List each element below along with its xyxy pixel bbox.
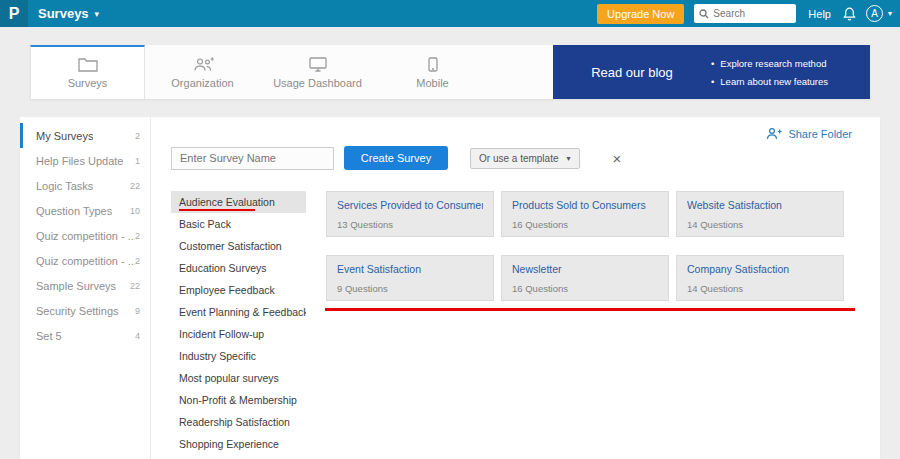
- template-dropdown[interactable]: Or use a template ▾: [470, 148, 580, 169]
- template-question-count: 14 Questions: [687, 219, 833, 230]
- sidebar-item-count: 2: [135, 231, 140, 241]
- annotation-line: [325, 308, 855, 311]
- product-switcher[interactable]: Surveys ▾: [28, 6, 99, 21]
- template-dropdown-label: Or use a template: [479, 153, 558, 164]
- people-icon: [192, 57, 214, 72]
- template-question-count: 14 Questions: [687, 283, 833, 294]
- help-link[interactable]: Help: [808, 8, 831, 20]
- sidebar-item-count: 2: [135, 256, 140, 266]
- blog-bullet-text: Explore research method: [720, 58, 826, 69]
- template-question-count: 16 Questions: [512, 283, 658, 294]
- tab-label: Mobile: [416, 77, 448, 89]
- tab-label: Organization: [171, 77, 233, 89]
- sidebar-item-question-types[interactable]: Question Types 10: [20, 198, 150, 223]
- category-industry-specific[interactable]: Industry Specific: [171, 345, 306, 367]
- chevron-down-icon: ▾: [566, 154, 570, 163]
- sidebar-item-set-5[interactable]: Set 5 4: [20, 323, 150, 348]
- folders-sidebar: My Surveys 2 Help Files Update 1 Logic T…: [20, 117, 151, 459]
- sidebar-item-label: Security Settings: [36, 305, 119, 317]
- tab-surveys[interactable]: Surveys: [30, 45, 145, 99]
- upgrade-now-button[interactable]: Upgrade Now: [597, 4, 684, 24]
- category-testing-new-products[interactable]: Testing New Products & Services: [171, 455, 306, 459]
- sidebar-item-label: Logic Tasks: [36, 180, 93, 192]
- category-audience-evaluation[interactable]: Audience Evaluation: [171, 191, 306, 213]
- template-browser: Audience Evaluation Basic Pack Customer …: [171, 191, 866, 459]
- category-basic-pack[interactable]: Basic Pack: [171, 213, 306, 235]
- chevron-down-icon: ▾: [95, 9, 100, 19]
- search-input[interactable]: [713, 8, 791, 19]
- sidebar-item-label: Set 5: [36, 330, 62, 342]
- category-customer-satisfaction[interactable]: Customer Satisfaction: [171, 235, 306, 257]
- sidebar-item-label: My Surveys: [36, 130, 93, 142]
- template-question-count: 13 Questions: [337, 219, 483, 230]
- category-non-profit-membership[interactable]: Non-Profit & Membership: [171, 389, 306, 411]
- template-question-count: 9 Questions: [337, 283, 483, 294]
- sidebar-item-my-surveys[interactable]: My Surveys 2: [20, 123, 150, 148]
- sidebar-item-count: 22: [130, 181, 140, 191]
- notifications-bell-icon[interactable]: [843, 7, 856, 21]
- category-event-planning-feedback[interactable]: Event Planning & Feedback: [171, 301, 306, 323]
- template-title: Newsletter: [512, 263, 658, 275]
- sidebar-item-logic-tasks[interactable]: Logic Tasks 22: [20, 173, 150, 198]
- sidebar-item-count: 9: [135, 306, 140, 316]
- blog-banner[interactable]: Read our blog • Explore research method …: [553, 45, 870, 99]
- blog-bullet-item: • Explore research method: [711, 58, 828, 69]
- blog-bullet-item: • Learn about new features: [711, 76, 828, 87]
- share-folder-button[interactable]: Share Folder: [766, 127, 852, 140]
- template-card[interactable]: Newsletter 16 Questions: [501, 255, 669, 301]
- template-card[interactable]: Event Satisfaction 9 Questions: [326, 255, 494, 301]
- category-shopping-experience[interactable]: Shopping Experience: [171, 433, 306, 455]
- search-icon: [699, 9, 709, 19]
- category-employee-feedback[interactable]: Employee Feedback: [171, 279, 306, 301]
- monitor-icon: [309, 57, 327, 72]
- app-logo[interactable]: P: [0, 0, 28, 27]
- sidebar-item-count: 2: [135, 131, 140, 141]
- template-card[interactable]: Website Satisfaction 14 Questions: [676, 191, 844, 237]
- sidebar-item-count: 10: [130, 206, 140, 216]
- blog-title: Read our blog: [553, 65, 711, 80]
- blog-bullet-text: Learn about new features: [720, 76, 828, 87]
- tab-label: Usage Dashboard: [273, 77, 362, 89]
- sidebar-item-help-files-update[interactable]: Help Files Update 1: [20, 148, 150, 173]
- survey-name-input[interactable]: [171, 147, 334, 170]
- tab-mobile[interactable]: Mobile: [375, 45, 490, 99]
- template-cards-grid: Services Provided to Consumers 13 Questi…: [326, 191, 866, 459]
- bullet-icon: •: [711, 58, 714, 69]
- category-education-surveys[interactable]: Education Surveys: [171, 257, 306, 279]
- blog-bullets: • Explore research method • Learn about …: [711, 58, 828, 87]
- tab-label: Surveys: [68, 77, 108, 89]
- template-card[interactable]: Company Satisfaction 14 Questions: [676, 255, 844, 301]
- account-menu[interactable]: A ▾: [866, 5, 892, 22]
- content-area: Share Folder Create Survey Or use a temp…: [151, 117, 880, 459]
- global-search: [694, 4, 796, 23]
- template-title: Services Provided to Consumers: [337, 199, 483, 211]
- sidebar-item-quiz-competition-1[interactable]: Quiz competition - ... 2: [20, 223, 150, 248]
- category-incident-follow-up[interactable]: Incident Follow-up: [171, 323, 306, 345]
- template-category-list: Audience Evaluation Basic Pack Customer …: [171, 191, 306, 459]
- sidebar-item-label: Quiz competition - ...: [36, 255, 135, 267]
- primary-nav: Surveys Organization Usage Dashboard: [30, 45, 870, 99]
- category-most-popular-surveys[interactable]: Most popular surveys: [171, 367, 306, 389]
- share-folder-label: Share Folder: [788, 128, 852, 140]
- category-readership-satisfaction[interactable]: Readership Satisfaction: [171, 411, 306, 433]
- chevron-down-icon: ▾: [888, 9, 892, 18]
- sidebar-item-count: 1: [135, 156, 140, 166]
- tab-organization[interactable]: Organization: [145, 45, 260, 99]
- tab-usage-dashboard[interactable]: Usage Dashboard: [260, 45, 375, 99]
- close-icon[interactable]: ×: [613, 151, 622, 166]
- sidebar-item-label: Question Types: [36, 205, 112, 217]
- template-title: Website Satisfaction: [687, 199, 833, 211]
- template-card[interactable]: Services Provided to Consumers 13 Questi…: [326, 191, 494, 237]
- sidebar-item-quiz-competition-2[interactable]: Quiz competition - ... 2: [20, 248, 150, 273]
- sidebar-item-security-settings[interactable]: Security Settings 9: [20, 298, 150, 323]
- create-survey-button[interactable]: Create Survey: [344, 146, 448, 170]
- bullet-icon: •: [711, 76, 714, 87]
- main-panel: My Surveys 2 Help Files Update 1 Logic T…: [20, 117, 880, 459]
- category-label: Audience Evaluation: [179, 196, 275, 208]
- share-person-icon: [766, 127, 782, 140]
- sidebar-item-label: Sample Surveys: [36, 280, 116, 292]
- sidebar-item-sample-surveys[interactable]: Sample Surveys 22: [20, 273, 150, 298]
- topbar: P Surveys ▾ Upgrade Now Help A ▾: [0, 0, 900, 27]
- template-card[interactable]: Products Sold to Consumers 16 Questions: [501, 191, 669, 237]
- create-survey-row: Create Survey Or use a template ▾ ×: [171, 146, 621, 170]
